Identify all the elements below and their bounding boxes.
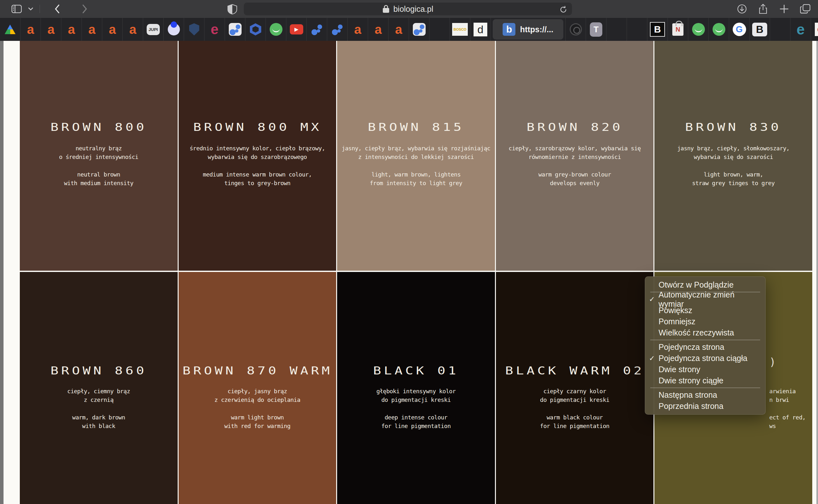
bookmark-allegro-icon[interactable]: a <box>102 18 123 41</box>
active-url-favicon: b <box>503 23 515 36</box>
reload-icon[interactable] <box>558 5 568 14</box>
swatch-desc-en: light, warm brown, lightens from intensi… <box>337 170 495 187</box>
bookmark-ring-icon[interactable] <box>565 18 586 41</box>
lock-icon <box>383 5 390 13</box>
menu-item-actual-size[interactable]: Wielkość rzeczywista <box>645 327 765 338</box>
bookmark-drive-icon[interactable] <box>0 18 20 41</box>
bookmark-e-teal-icon[interactable]: e <box>791 18 811 41</box>
bookmark-google-icon[interactable]: G <box>729 18 750 41</box>
molecule-tile-favicon <box>413 23 426 36</box>
bookmark-hex-icon[interactable] <box>246 18 266 41</box>
bookmark-empty-slot <box>770 18 791 41</box>
bookmark-shield-icon[interactable] <box>184 18 204 41</box>
bookmark-molecule-tile-icon[interactable] <box>225 18 246 41</box>
back-icon[interactable] <box>50 2 64 16</box>
share-icon[interactable] <box>756 2 770 16</box>
bookmark-t-tile-icon[interactable]: T <box>586 18 606 41</box>
swatch-desc-en: warm light brown with red for warming <box>178 413 337 430</box>
bookmark-active-url-icon[interactable]: bhttps://... <box>491 18 565 41</box>
pdf-viewer: BROWN 800 neutralny brąz o średniej inte… <box>0 41 818 504</box>
menu-item-two-pages-continuous[interactable]: Dwie strony ciągłe <box>645 375 765 386</box>
drive-favicon <box>5 25 16 34</box>
d-tile-favicon: d <box>473 23 487 36</box>
bookmark-molecule-tile-icon[interactable] <box>409 18 429 41</box>
jupi-favicon: JUPI <box>147 24 160 35</box>
bookmark-allegro-icon[interactable]: a <box>20 18 41 41</box>
e-teal-favicon: e <box>797 21 805 38</box>
menu-item-two-pages[interactable]: Dwie strony <box>645 364 765 375</box>
bookmark-allegro-icon[interactable]: a <box>348 18 368 41</box>
menu-item-auto-resize[interactable]: ✓ Automatycznie zmień wymiar <box>645 294 765 305</box>
url-text: biologica.pl <box>393 4 433 14</box>
swatch-desc-en: light brown, warm, straw grey tinges to … <box>655 170 812 187</box>
bookmark-empty-slot <box>429 18 450 41</box>
swatch-desc-pl: ciepły, jasny brąz z czerwienią do ociep… <box>178 387 337 404</box>
allegro-favicon: a <box>129 22 136 37</box>
menu-item-single-page[interactable]: Pojedyncza strona <box>645 342 765 353</box>
bookmark-e-red-icon[interactable]: e <box>204 18 225 41</box>
bookmark-bosco-icon[interactable]: BOSCO <box>450 18 470 41</box>
swatch-card-brown-870-warm: BROWN 870 WARM ciepły, jasny brąz z czer… <box>178 272 337 504</box>
tabs-overview-icon[interactable] <box>798 2 812 16</box>
swatch-title: BROWN 800 MX <box>178 121 337 133</box>
swatch-desc-pl: głęboki intensywny kolor do pigmentacji … <box>337 387 495 404</box>
bookmark-youtube-icon[interactable]: ▶ <box>286 18 307 41</box>
browser-toolbar: biologica.pl <box>0 0 818 18</box>
bookmark-url-label: https://... <box>520 25 553 34</box>
bookmark-empty-slot <box>627 18 648 41</box>
bookmark-roundel-icon[interactable]: ⊕ <box>811 18 818 41</box>
new-tab-icon[interactable] <box>777 2 791 16</box>
swatch-desc-pl: ciepły, ciemny brąz z czernią <box>20 387 178 404</box>
bookmark-empty-slot <box>606 18 627 41</box>
swatch-desc-en: warm, dark brown with black <box>20 413 178 430</box>
molecule-tile-favicon <box>229 23 242 36</box>
bookmark-allegro-icon[interactable]: a <box>82 18 102 41</box>
bookmarks-bar: aaaaaaJUPIe▶aaaBOSCOdbhttps://...TBNGBe⊕ <box>0 18 818 41</box>
forward-icon[interactable] <box>78 2 92 16</box>
bookmark-molecule-icon[interactable] <box>307 18 327 41</box>
swatch-card-brown-815: BROWN 815 jasny, ciepły brąz, wybarwia s… <box>337 41 495 271</box>
menu-item-zoom-out[interactable]: Pomniejsz <box>645 316 765 327</box>
menu-item-next-page[interactable]: Następna strona <box>645 389 765 401</box>
viewer-right-gutter <box>816 41 818 504</box>
bookmark-allegro-icon[interactable]: a <box>123 18 143 41</box>
shield-extension-icon[interactable] <box>228 4 237 16</box>
swatch-card-brown-800: BROWN 800 neutralny brąz o średniej inte… <box>20 41 178 271</box>
bookmark-b-white-icon[interactable]: B <box>750 18 770 41</box>
menu-separator <box>650 340 760 340</box>
molecule-favicon <box>311 23 323 36</box>
swatch-desc-pl: ciepły czarny kolor do pigmentacji kresk… <box>496 387 654 404</box>
bookmark-allegro-icon[interactable]: a <box>41 18 61 41</box>
bookmark-chat-icon[interactable] <box>266 18 286 41</box>
bookmark-molecule-icon[interactable] <box>327 18 348 41</box>
allegro-favicon: a <box>68 22 75 37</box>
bookmark-d-tile-icon[interactable]: d <box>470 18 491 41</box>
chat-favicon <box>270 23 283 36</box>
checkmark-icon: ✓ <box>649 295 659 304</box>
download-icon[interactable] <box>735 2 749 16</box>
bookmark-chat-icon[interactable] <box>709 18 729 41</box>
swatch-title: BROWN 830 <box>655 121 812 133</box>
menu-item-single-page-continuous[interactable]: ✓ Pojedyncza strona ciągła <box>645 353 765 364</box>
bookmark-bag-icon[interactable]: N <box>668 18 688 41</box>
bookmark-allegro-icon[interactable]: a <box>61 18 82 41</box>
menu-item-previous-page[interactable]: Poprzednia strona <box>645 401 765 412</box>
address-bar[interactable]: biologica.pl <box>244 3 572 15</box>
ring-favicon <box>570 23 582 35</box>
swatch-grid: BROWN 800 neutralny brąz o średniej inte… <box>20 41 812 504</box>
bookmark-b-black-icon[interactable]: B <box>648 18 668 41</box>
bookmark-chat-icon[interactable] <box>688 18 709 41</box>
sidebar-toggle-icon[interactable] <box>10 2 24 16</box>
bookmark-allegro-icon[interactable]: a <box>389 18 409 41</box>
swatch-card-brown-830: BROWN 830 jasny brąz, ciepły, słomkowosz… <box>655 41 812 271</box>
bookmark-allegro-icon[interactable]: a <box>368 18 389 41</box>
swatch-desc-en: warm black colour for line pigmentation <box>496 413 654 430</box>
e-red-favicon: e <box>211 21 218 37</box>
sidebar-chevron-icon[interactable] <box>24 2 38 16</box>
bookmark-lavender-icon[interactable] <box>163 18 184 41</box>
bookmark-jupi-icon[interactable]: JUPI <box>143 18 163 41</box>
menu-item-open-in-preview[interactable]: Otwórz w Podglądzie <box>645 279 765 290</box>
swatch-desc-en: deep intense colour for line pigmentatio… <box>337 413 495 430</box>
lavender-favicon <box>168 23 180 35</box>
swatch-title: BLACK WARM 02 <box>496 364 654 377</box>
